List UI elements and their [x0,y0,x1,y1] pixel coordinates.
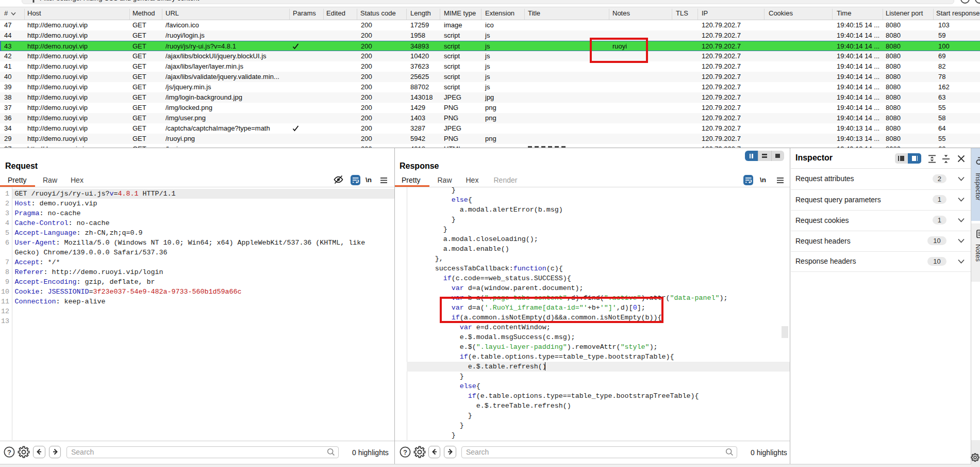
svg-text:?: ? [7,448,11,456]
svg-text:?: ? [403,448,407,456]
